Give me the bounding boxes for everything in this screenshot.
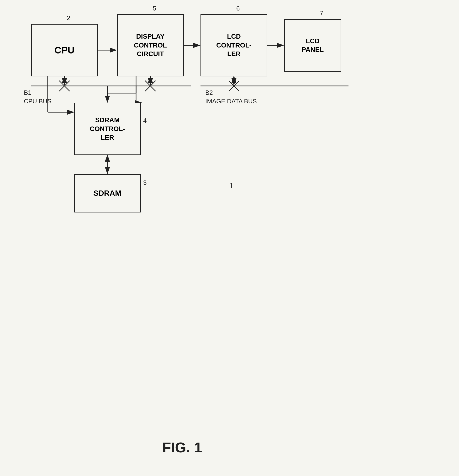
cpu-ref: 2 [67, 14, 70, 22]
diagram-number: 1 [229, 181, 233, 190]
lcd-controller-block: LCDCONTROL-LER [201, 14, 267, 76]
figure-label: FIG. 1 [162, 439, 202, 456]
svg-line-8 [145, 81, 156, 91]
cpu-block: CPU [31, 24, 98, 76]
lcd-panel-block: LCDPANEL [284, 19, 341, 72]
display-control-block: DISPLAYCONTROLCIRCUIT [117, 14, 184, 76]
cpu-bus-label: B1CPU BUS [24, 88, 51, 106]
display-control-ref: 5 [153, 5, 156, 12]
svg-line-5 [59, 81, 70, 91]
lcd-controller-ref: 6 [236, 5, 240, 12]
lcd-panel-ref: 7 [320, 9, 323, 17]
sdram-block: SDRAM [74, 174, 141, 212]
lcd-panel-label: LCDPANEL [302, 37, 324, 54]
image-data-bus-label: B2IMAGE DATA BUS [205, 88, 257, 106]
b2-label: B2IMAGE DATA BUS [205, 89, 257, 105]
sdram-ref: 3 [143, 179, 146, 187]
b1-label: B1CPU BUS [24, 89, 51, 105]
sdram-controller-ref: 4 [143, 117, 146, 124]
cpu-label: CPU [54, 44, 75, 56]
svg-line-6 [59, 81, 70, 91]
display-control-label: DISPLAYCONTROLCIRCUIT [134, 32, 167, 58]
sdram-controller-label: SDRAMCONTROL-LER [90, 116, 125, 142]
diagram-container: CPU 2 DISPLAYCONTROLCIRCUIT 5 LCDCONTROL… [0, 0, 459, 476]
svg-line-9 [145, 81, 156, 91]
lcd-controller-label: LCDCONTROL-LER [216, 32, 252, 58]
fig-title: FIG. 1 [162, 440, 202, 455]
sdram-label: SDRAM [93, 188, 121, 198]
sdram-controller-block: SDRAMCONTROL-LER [74, 103, 141, 155]
